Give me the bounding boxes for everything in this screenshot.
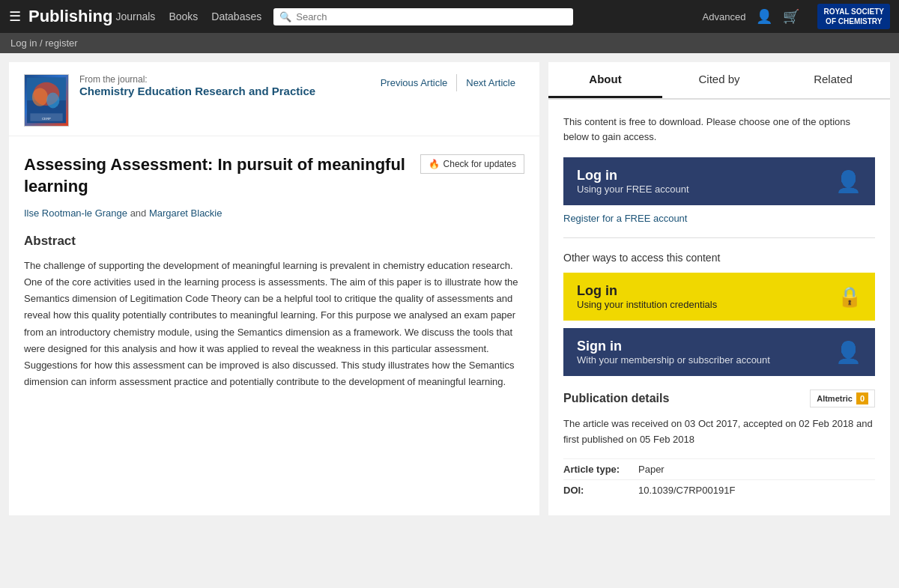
search-icon: 🔍 — [279, 11, 291, 22]
signin-subtitle: With your membership or subscriber accou… — [577, 354, 770, 366]
main-container: CERP From the journal: Chemistry Educati… — [0, 53, 899, 524]
article-navigation: Previous Article Next Article — [372, 74, 524, 91]
article-title-row: Assessing Assessment: In pursuit of mean… — [24, 154, 524, 197]
signin-title: Sign in — [577, 339, 770, 354]
other-ways-title: Other ways to access this content — [563, 252, 875, 264]
login-free-button[interactable]: Log in Using your FREE account 👤 — [563, 157, 875, 205]
login-register-link[interactable]: Log in / register — [10, 37, 78, 49]
institution-login-subtitle: Using your institution credentials — [577, 299, 717, 310]
search-input[interactable] — [296, 11, 567, 22]
authors: Ilse Rootman-le Grange and Margaret Blac… — [24, 207, 524, 219]
divider — [563, 237, 875, 238]
tab-related[interactable]: Related — [776, 62, 890, 98]
doi-label: DOI: — [563, 485, 638, 496]
altmetric-badge: Altmetric 0 — [810, 390, 875, 407]
author-connector: and — [130, 207, 149, 219]
brand-publishing: Publishing — [28, 7, 112, 26]
login-register-bar: Log in / register — [0, 33, 899, 53]
article-title: Assessing Assessment: In pursuit of mean… — [24, 154, 410, 197]
svg-point-3 — [32, 88, 48, 106]
cart-icon[interactable]: 🛒 — [783, 8, 799, 25]
signin-membership-button[interactable]: Sign in With your membership or subscrib… — [563, 328, 875, 376]
signin-icon: 👤 — [835, 340, 862, 365]
institution-login-title: Log in — [577, 283, 717, 299]
article-type-label: Article type: — [563, 464, 638, 475]
top-nav: ☰ Publishing Journals Books Databases 🔍 … — [0, 0, 899, 33]
svg-point-4 — [46, 93, 59, 109]
institution-lock-icon: 🔒 — [838, 285, 862, 309]
login-free-icon: 👤 — [835, 169, 862, 194]
article-body: Assessing Assessment: In pursuit of mean… — [9, 136, 539, 408]
altmetric-label: Altmetric — [817, 394, 853, 403]
abstract-heading: Abstract — [24, 234, 524, 249]
pub-dates-text: The article was received on 03 Oct 2017,… — [563, 416, 875, 448]
from-journal-label: From the journal: — [79, 74, 361, 85]
register-free-link[interactable]: Register for a FREE account — [563, 213, 875, 224]
fire-icon: 🔥 — [429, 159, 440, 169]
tab-cited-by[interactable]: Cited by — [662, 62, 776, 98]
institution-login-button[interactable]: Log in Using your institution credential… — [563, 273, 875, 321]
prev-article-link[interactable]: Previous Article — [372, 74, 458, 91]
nav-links: Journals Books Databases — [115, 10, 261, 22]
doi-value: 10.1039/C7RP00191F — [638, 485, 735, 496]
advanced-search-link[interactable]: Advanced — [703, 11, 746, 22]
nav-journals[interactable]: Journals — [115, 10, 155, 22]
rsc-logo: ROYAL SOCIETY OF CHEMISTRY — [817, 4, 890, 29]
article-header: CERP From the journal: Chemistry Educati… — [9, 62, 539, 136]
journal-info: From the journal: Chemistry Education Re… — [79, 74, 361, 97]
author-2-link[interactable]: Margaret Blackie — [149, 207, 223, 219]
nav-books[interactable]: Books — [169, 10, 198, 22]
login-free-title: Log in — [577, 168, 689, 184]
login-free-subtitle: Using your FREE account — [577, 184, 689, 195]
hamburger-icon[interactable]: ☰ — [9, 8, 21, 25]
tab-bar: About Cited by Related — [548, 62, 890, 100]
pub-details-heading: Publication details Altmetric 0 — [563, 390, 875, 407]
tab-about[interactable]: About — [548, 62, 662, 98]
free-content-message: This content is free to download. Please… — [563, 115, 875, 144]
nav-databases[interactable]: Databases — [211, 10, 261, 22]
next-article-link[interactable]: Next Article — [457, 74, 524, 91]
abstract-text: The challenge of supporting the developm… — [24, 258, 524, 390]
sidebar-content: This content is free to download. Please… — [548, 100, 890, 515]
sidebar: About Cited by Related This content is f… — [548, 62, 890, 515]
article-panel: CERP From the journal: Chemistry Educati… — [9, 62, 539, 515]
author-1-link[interactable]: Ilse Rootman-le Grange — [24, 207, 127, 219]
doi-row: DOI: 10.1039/C7RP00191F — [563, 479, 875, 500]
altmetric-score: 0 — [856, 392, 868, 404]
svg-text:CERP: CERP — [42, 117, 51, 121]
search-bar: 🔍 — [273, 8, 573, 25]
article-type-value: Paper — [638, 464, 665, 475]
article-type-row: Article type: Paper — [563, 458, 875, 479]
nav-right: Advanced 👤 🛒 ROYAL SOCIETY OF CHEMISTRY — [703, 4, 890, 29]
user-icon[interactable]: 👤 — [756, 8, 772, 25]
check-updates-button[interactable]: 🔥 Check for updates — [420, 154, 524, 174]
journal-name[interactable]: Chemistry Education Research and Practic… — [79, 85, 361, 97]
journal-cover: CERP — [24, 74, 69, 127]
